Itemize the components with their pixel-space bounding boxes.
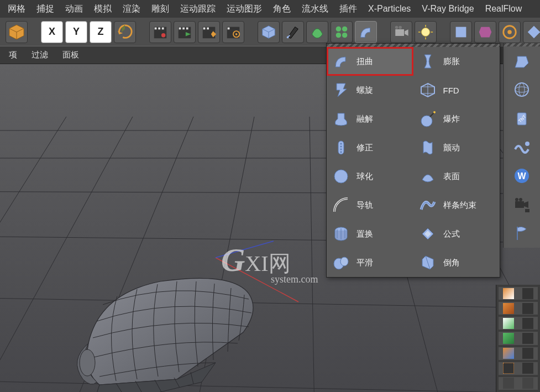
strip-globe[interactable] <box>504 75 540 104</box>
deformer-label: 膨胀 <box>443 56 460 67</box>
deformer-bend[interactable]: 扭曲 <box>327 47 413 76</box>
x-axis-button[interactable]: X <box>41 21 63 43</box>
menu-item[interactable]: 角色 <box>268 1 296 17</box>
svg-point-95 <box>519 83 525 96</box>
svg-marker-102 <box>524 201 528 208</box>
deformer-rail[interactable]: 导轨 <box>327 191 413 219</box>
tnt-icon: TNT <box>513 109 531 127</box>
tool-group-obj <box>3 21 30 43</box>
strip-cam[interactable] <box>504 190 540 219</box>
svg-rect-6 <box>155 27 157 29</box>
deformer-label: 样条约束 <box>443 200 476 211</box>
prim-pen-button[interactable] <box>282 21 304 43</box>
menu-item[interactable]: RealFlow <box>480 2 528 16</box>
clapper1-button[interactable] <box>149 21 171 43</box>
svg-point-94 <box>515 87 528 92</box>
clapper4-button[interactable] <box>222 21 244 43</box>
menu-item[interactable]: 雕刻 <box>146 1 175 17</box>
br-row[interactable] <box>499 302 538 315</box>
svg-point-103 <box>515 198 518 201</box>
deformer-splinewrap[interactable]: 样条约束 <box>413 191 500 219</box>
melt-icon <box>332 110 350 128</box>
strip-wrap[interactable]: W <box>504 161 540 190</box>
menu-item[interactable]: 插件 <box>334 1 363 17</box>
svg-rect-101 <box>515 201 524 208</box>
deformer-explode[interactable]: 爆炸 <box>413 104 500 133</box>
menu-item[interactable]: 渲染 <box>117 1 146 17</box>
sub-item[interactable]: 过滤 <box>27 48 53 62</box>
strip-flag[interactable] <box>504 219 540 248</box>
br-row[interactable] <box>499 287 538 300</box>
cube-orange-button[interactable] <box>6 21 28 43</box>
svg-marker-45 <box>528 25 540 38</box>
svg-marker-34 <box>405 29 409 36</box>
deformer-jiggle[interactable]: 颤动 <box>413 133 500 162</box>
rotate-arrow-button[interactable] <box>114 21 136 43</box>
deformer-twist[interactable]: 螺旋 <box>327 76 413 104</box>
y-axis-button[interactable]: Y <box>65 21 87 43</box>
spherify-icon <box>332 168 350 185</box>
box3d-icon <box>513 52 531 70</box>
menu-item[interactable]: V-Ray Bridge <box>416 2 479 16</box>
clapper3-button[interactable] <box>198 21 220 43</box>
menu-item[interactable]: 模拟 <box>88 1 117 17</box>
menu-item[interactable]: 运动跟踪 <box>175 1 221 17</box>
globe-icon <box>513 81 531 98</box>
menu-item[interactable]: 网格 <box>2 1 31 17</box>
deformer-displace[interactable]: 置换 <box>327 219 413 248</box>
smooth-icon <box>332 254 350 271</box>
light-button[interactable] <box>415 21 437 43</box>
misc1-button[interactable] <box>450 21 472 43</box>
svg-rect-105 <box>525 209 529 212</box>
deformer-surface[interactable]: 表面 <box>413 162 500 191</box>
sub-item[interactable]: 项 <box>4 48 22 62</box>
br-row[interactable] <box>499 317 538 330</box>
br-row[interactable] <box>499 377 538 390</box>
deformer-label: 平滑 <box>356 258 373 268</box>
svg-point-9 <box>161 33 166 37</box>
misc4-button[interactable] <box>523 21 540 43</box>
menu-item[interactable]: X-Particles <box>363 2 416 16</box>
deformer-ffd[interactable]: FFD <box>413 76 500 104</box>
deformer-bulge[interactable]: 膨胀 <box>413 47 500 76</box>
menu-item[interactable]: 捕捉 <box>31 1 60 17</box>
camera-button[interactable] <box>390 21 412 43</box>
deformer-spherify[interactable]: 球化 <box>327 162 413 191</box>
strip-tnt[interactable]: TNT <box>504 104 540 133</box>
clapper2-button[interactable] <box>174 21 196 43</box>
misc3-button[interactable] <box>499 21 521 43</box>
svg-point-93 <box>515 83 528 96</box>
prim-nurbs-button[interactable] <box>306 21 328 43</box>
deformer-smooth[interactable]: 平滑 <box>327 248 413 277</box>
strip-box3d[interactable] <box>504 46 540 75</box>
svg-point-44 <box>507 30 512 34</box>
prim-bend-button[interactable] <box>355 21 377 43</box>
bent-object <box>66 271 265 392</box>
rail-icon <box>332 196 350 214</box>
deformer-label: 球化 <box>356 171 373 182</box>
strip-wave[interactable] <box>504 133 540 161</box>
svg-rect-8 <box>162 27 164 29</box>
svg-point-37 <box>422 28 430 36</box>
br-row[interactable] <box>499 347 538 360</box>
displace-icon <box>332 225 350 243</box>
svg-point-75 <box>340 151 342 153</box>
br-row[interactable] <box>499 362 538 375</box>
misc2-button[interactable] <box>474 21 496 43</box>
z-axis-button[interactable]: Z <box>90 21 112 43</box>
deformer-bevel[interactable]: 倒角 <box>413 248 500 277</box>
menubar: 网格 捕捉 动画 模拟 渲染 雕刻 运动跟踪 运动图形 角色 流水线 插件 X-… <box>0 0 540 18</box>
menu-item[interactable]: 流水线 <box>296 1 334 17</box>
menu-item[interactable]: 运动图形 <box>221 1 268 17</box>
deformer-correct[interactable]: 修正 <box>327 133 413 162</box>
deformer-melt[interactable]: 融解 <box>327 104 413 133</box>
svg-point-74 <box>340 149 342 150</box>
deformer-label: 扭曲 <box>356 56 373 67</box>
prim-array-button[interactable] <box>331 21 353 43</box>
sub-item[interactable]: 面板 <box>58 48 83 62</box>
menu-item[interactable]: 动画 <box>60 1 88 17</box>
br-row[interactable] <box>499 332 538 344</box>
correct-icon <box>332 139 350 156</box>
deformer-formula[interactable]: 公式 <box>413 219 500 248</box>
prim-cube-button[interactable] <box>258 21 280 43</box>
